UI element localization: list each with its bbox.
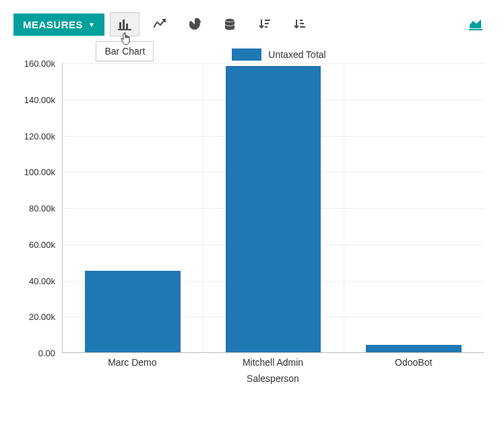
y-tick-label: 40.00k xyxy=(13,275,55,286)
y-tick-label: 20.00k xyxy=(13,312,55,322)
bar-chart-button[interactable]: Bar Chart xyxy=(110,12,139,36)
measures-label: MEASURES xyxy=(23,19,83,30)
sort-asc-button[interactable] xyxy=(285,12,315,36)
svg-rect-6 xyxy=(265,20,270,21)
svg-rect-0 xyxy=(118,29,131,30)
legend-swatch xyxy=(232,48,261,61)
area-chart-icon xyxy=(469,18,482,30)
stacked-button[interactable] xyxy=(215,12,245,36)
y-axis: 0.0020.00k40.00k60.00k80.00k100.00k120.0… xyxy=(13,63,61,353)
sort-desc-button[interactable] xyxy=(250,12,280,36)
chart-area: 0.0020.00k40.00k60.00k80.00k100.00k120.0… xyxy=(13,63,491,387)
svg-rect-12 xyxy=(469,29,482,30)
svg-rect-7 xyxy=(265,23,269,24)
y-tick-label: 60.00k xyxy=(13,239,55,249)
tooltip-bar-chart: Bar Chart xyxy=(96,41,154,61)
x-tick-label: Marc Demo xyxy=(62,357,203,368)
bar[interactable] xyxy=(226,66,321,352)
y-tick-label: 160.00k xyxy=(13,59,55,69)
toolbar: MEASURES ▼ Bar Chart xyxy=(0,0,504,43)
caret-down-icon: ▼ xyxy=(88,21,95,28)
x-axis-title: Salesperson xyxy=(62,373,484,384)
plot-area xyxy=(62,63,484,353)
y-tick-label: 100.00k xyxy=(13,167,55,177)
line-chart-button[interactable] xyxy=(145,12,175,36)
svg-rect-2 xyxy=(123,20,125,29)
svg-rect-10 xyxy=(300,23,304,24)
svg-rect-8 xyxy=(265,26,267,28)
bar[interactable] xyxy=(366,345,462,352)
x-tick-label: OdooBot xyxy=(343,357,484,368)
y-tick-label: 120.00k xyxy=(13,131,55,141)
x-tick-label: Mitchell Admin xyxy=(203,357,344,368)
bar[interactable] xyxy=(85,271,181,352)
sort-desc-icon xyxy=(259,18,271,30)
svg-rect-3 xyxy=(126,24,128,29)
legend-label: Untaxed Total xyxy=(268,49,325,60)
y-tick-label: 140.00k xyxy=(13,94,55,104)
area-chart-button[interactable] xyxy=(461,12,491,36)
y-tick-label: 0.00 xyxy=(13,348,55,358)
sort-asc-icon xyxy=(294,18,306,30)
pie-chart-button[interactable] xyxy=(180,12,210,36)
database-icon xyxy=(224,18,236,30)
bar-chart-icon xyxy=(118,18,131,30)
svg-rect-1 xyxy=(119,22,121,29)
y-tick-label: 80.00k xyxy=(13,203,55,214)
measures-button[interactable]: MEASURES ▼ xyxy=(13,13,104,36)
line-chart-icon xyxy=(153,18,166,30)
svg-rect-11 xyxy=(300,26,305,28)
pie-chart-icon xyxy=(189,18,201,30)
x-axis-labels: Marc DemoMitchell AdminOdooBot xyxy=(62,357,484,368)
svg-rect-9 xyxy=(300,20,303,21)
